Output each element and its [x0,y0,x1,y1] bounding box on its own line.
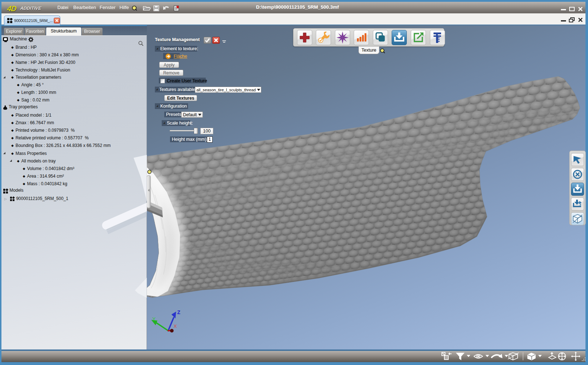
svg-text:Z: Z [177,309,180,315]
svg-text:X: X [174,323,177,329]
svg-text:Y: Y [152,316,156,322]
